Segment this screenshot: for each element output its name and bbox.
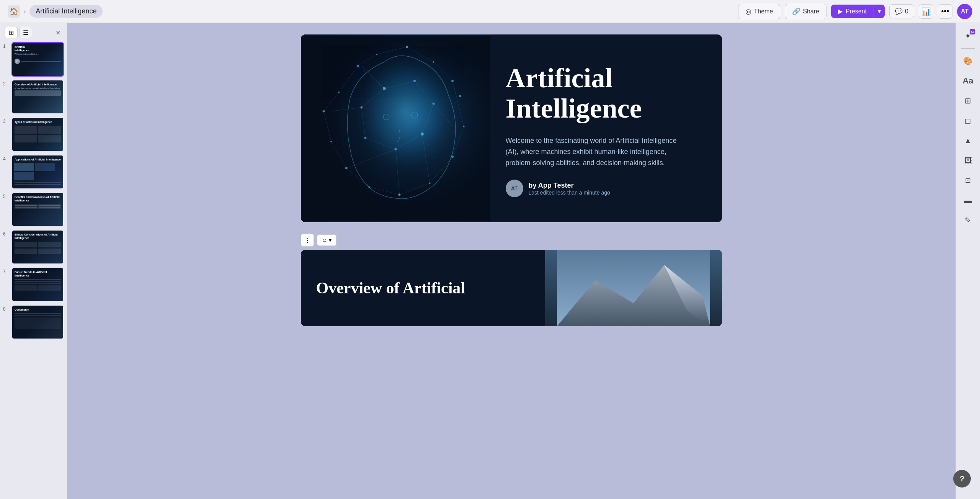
ai-head-svg [301, 34, 490, 222]
view-toggle: ⊞ ☰ [5, 27, 32, 38]
present-button[interactable]: ▶ Present [831, 5, 874, 18]
slide-1-author: AT by App Tester Last edited less than a… [506, 180, 703, 197]
slide-number-7: 7 [3, 269, 8, 274]
slide-emoji-dropdown[interactable]: ☺ ▾ [317, 234, 336, 246]
more-options-button[interactable]: ••• [938, 4, 952, 19]
play-icon: ▶ [838, 8, 843, 15]
svg-point-17 [459, 95, 461, 97]
text-tool-button[interactable]: Aa [959, 72, 977, 90]
more-dots-icon: ⋮ [304, 237, 310, 244]
slide-number-1: 1 [3, 44, 8, 49]
author-info: by App Tester Last edited less than a mi… [529, 182, 610, 196]
author-avatar: AT [506, 180, 523, 197]
slide-2-content: Overview of Artificial [301, 250, 545, 326]
canvas-area: Artificial Intelligence Welcome to the f… [67, 23, 956, 499]
list-view-button[interactable]: ☰ [19, 27, 32, 38]
author-name: by App Tester [529, 182, 610, 190]
user-avatar[interactable]: AT [957, 4, 972, 19]
shapes-icon: ▲ [964, 136, 972, 145]
image-icon: 🖼 [964, 156, 972, 165]
analytics-button[interactable]: 📊 [919, 4, 933, 19]
list-icon: ☰ [23, 29, 28, 36]
slide-thumbnail-8[interactable]: 8 Conclusion [3, 305, 64, 339]
slide-thumbnail-1[interactable]: 1 ArtificialIntelligence Welcome to the … [3, 42, 64, 77]
share-icon: 🔗 [792, 7, 800, 16]
slide-thumb-4[interactable]: Applications of Artificial Intelligence [11, 155, 64, 189]
layout-tool-button[interactable]: ⊞ [959, 92, 977, 110]
video-tool-button[interactable]: ⊡ [959, 171, 977, 190]
panel-header: ⊞ ☰ ✕ [3, 27, 64, 38]
present-group: ▶ Present ▾ [831, 5, 885, 18]
slide-2-title: Overview of Artificial [316, 279, 530, 297]
slide-2[interactable]: Overview of Artificial [301, 250, 722, 326]
main-layout: ⊞ ☰ ✕ 1 ArtificialIntelligence Welcome t… [0, 23, 980, 499]
slide-number-3: 3 [3, 119, 8, 124]
ai-tool-button[interactable]: ✦ AI [959, 27, 977, 45]
slide-1-title: Artificial Intelligence [506, 63, 703, 124]
comment-icon: 💬 [895, 8, 903, 15]
home-button[interactable]: 🏠 [8, 5, 20, 18]
slide-thumb-3[interactable]: Types of Artificial Intelligence [11, 117, 64, 152]
navbar: 🏠 › Artificial Intelligence ◎ Theme 🔗 Sh… [0, 0, 980, 23]
slide-number-4: 4 [3, 156, 8, 162]
close-icon: ✕ [56, 29, 60, 36]
layout-icon: ⊞ [965, 96, 971, 105]
slide-thumbnail-2[interactable]: 2 Overview of Artificial Intelligence AI… [3, 80, 64, 114]
mountain-visual [545, 250, 722, 326]
slide-thumb-1[interactable]: ArtificialIntelligence Welcome to the wo… [11, 42, 64, 77]
slide-1-wrapper: Artificial Intelligence Welcome to the f… [301, 34, 722, 222]
dropdown-chevron: ▾ [329, 237, 332, 243]
slide-1-description: Welcome to the fascinating world of Arti… [506, 135, 689, 168]
present-dropdown-button[interactable]: ▾ [874, 5, 885, 18]
more-icon: ••• [941, 7, 949, 16]
navbar-left: 🏠 › Artificial Intelligence [8, 5, 103, 18]
grid-view-button[interactable]: ⊞ [5, 27, 18, 38]
author-time: Last edited less than a minute ago [529, 190, 610, 196]
slide-number-8: 8 [3, 306, 8, 312]
video-icon: ⊡ [965, 176, 971, 185]
slide-thumbnail-5[interactable]: 5 Benefits and Drawbacks of Artificial I… [3, 192, 64, 227]
chart-tool-button[interactable]: ▬ [959, 191, 977, 209]
slide-1-visual [301, 34, 490, 222]
slide-thumb-7[interactable]: Future Trends in Artificial Intelligence [11, 267, 64, 302]
presentation-title[interactable]: Artificial Intelligence [29, 5, 103, 18]
slide-1-content: Artificial Intelligence Welcome to the f… [490, 34, 722, 222]
navbar-right: ◎ Theme 🔗 Share ▶ Present ▾ 💬 0 📊 ••• [738, 4, 972, 19]
slide-thumb-6[interactable]: Ethical Considerations of Artificial Int… [11, 230, 64, 264]
slide-thumbnail-4[interactable]: 4 Applications of Artificial Intelligenc… [3, 155, 64, 189]
text-icon: Aa [962, 76, 973, 86]
mountain-svg [545, 250, 722, 326]
chart-icon: 📊 [921, 7, 931, 16]
sidebar-divider-1 [961, 48, 975, 49]
slide-number-2: 2 [3, 81, 8, 87]
slide-more-button[interactable]: ⋮ [301, 234, 314, 247]
slide-2-visual [545, 250, 722, 326]
share-button[interactable]: 🔗 Share [785, 4, 826, 19]
slide-thumbnail-3[interactable]: 3 Types of Artificial Intelligence [3, 117, 64, 152]
slide-number-6: 6 [3, 231, 8, 237]
emoji-icon: ☺ [322, 237, 327, 243]
grid-icon: ⊞ [9, 29, 14, 36]
pen-tool-button[interactable]: ✎ [959, 211, 977, 229]
design-tool-button[interactable]: 🎨 [959, 52, 977, 70]
slide-thumbnail-7[interactable]: 7 Future Trends in Artificial Intelligen… [3, 267, 64, 302]
theme-button[interactable]: ◎ Theme [738, 4, 780, 19]
slide-2-wrapper: ⋮ ☺ ▾ Overview of Artificial [301, 234, 722, 326]
slide-thumb-2[interactable]: Overview of Artificial Intelligence AI o… [11, 80, 64, 114]
design-icon: 🎨 [963, 56, 973, 65]
slide-thumbnail-6[interactable]: 6 Ethical Considerations of Artificial I… [3, 230, 64, 264]
slide-thumb-8[interactable]: Conclusion [11, 305, 64, 339]
panel-close-button[interactable]: ✕ [53, 28, 62, 37]
slides-panel: ⊞ ☰ ✕ 1 ArtificialIntelligence Welcome t… [0, 23, 67, 499]
theme-icon: ◎ [745, 7, 751, 16]
slide-1[interactable]: Artificial Intelligence Welcome to the f… [301, 34, 722, 222]
comments-button[interactable]: 💬 0 [889, 4, 914, 18]
element-tool-button[interactable]: ◻ [959, 111, 977, 130]
help-button[interactable]: ? [953, 470, 971, 488]
right-sidebar: ✦ AI 🎨 Aa ⊞ ◻ ▲ 🖼 ⊡ [956, 23, 980, 499]
breadcrumb-chevron: › [24, 8, 26, 15]
shape-tool-button[interactable]: ▲ [959, 131, 977, 150]
ai-visual [301, 34, 490, 222]
slide-thumb-5[interactable]: Benefits and Drawbacks of Artificial Int… [11, 192, 64, 227]
image-tool-button[interactable]: 🖼 [959, 151, 977, 170]
